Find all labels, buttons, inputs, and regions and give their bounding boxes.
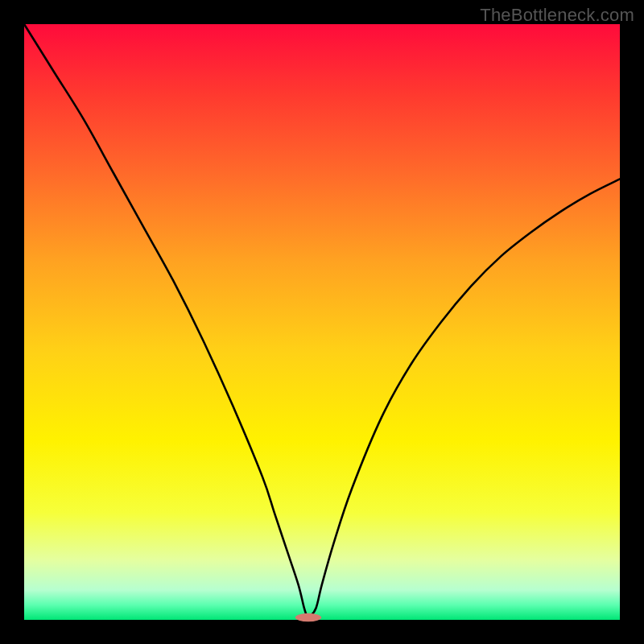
- bottleneck-chart: TheBottleneck.com: [0, 0, 644, 644]
- plot-area: [24, 24, 620, 620]
- watermark-text: TheBottleneck.com: [480, 5, 634, 26]
- optimum-marker: [295, 613, 322, 621]
- chart-svg: [0, 0, 644, 644]
